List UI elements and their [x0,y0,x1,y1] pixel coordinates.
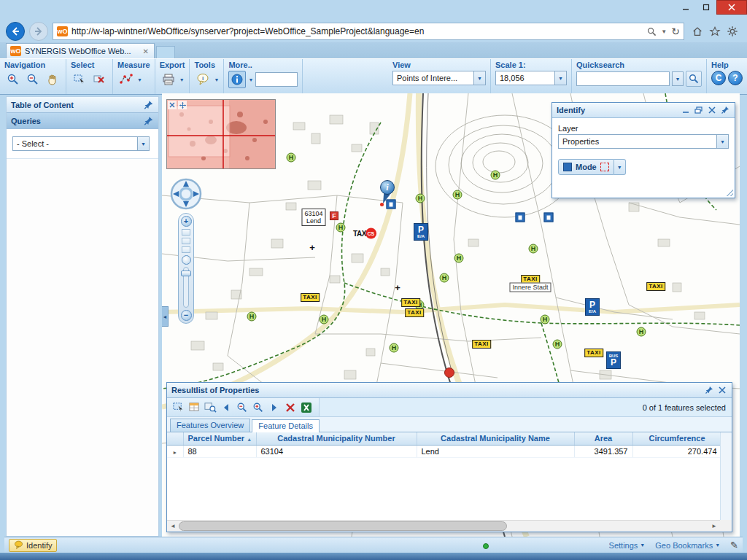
sidebar-item-table-of-content[interactable]: Table of Content [7,97,158,113]
panel-close-button[interactable] [716,385,727,395]
zoom-to-selection-button[interactable] [202,400,218,416]
chevron-down-icon[interactable]: ▼ [716,135,728,148]
pin-icon[interactable] [143,116,154,126]
chevron-down-icon[interactable]: ▼ [137,137,149,150]
overview-map[interactable] [166,99,276,169]
print-button[interactable] [160,71,177,88]
active-tool-indicator[interactable]: Identify [9,539,57,552]
measure-dropdown-icon[interactable]: ▼ [137,77,142,82]
tab-feature-details[interactable]: Feature Details [252,419,320,432]
window-close-button[interactable] [716,0,747,15]
search-icon[interactable] [647,27,657,36]
next-record-button[interactable] [266,400,282,416]
zoom-step-button[interactable] [182,229,190,236]
panel-resize-grip[interactable] [726,189,733,196]
pin-icon[interactable] [719,105,730,115]
zoom-step-button[interactable] [182,238,190,244]
pin-icon[interactable] [143,100,154,110]
sidebar-item-queries[interactable]: Queries [7,113,158,129]
quicksearch-input[interactable] [576,71,670,86]
overview-close-button[interactable] [168,101,177,109]
window-maximize-button[interactable] [696,0,716,15]
quicksearch-button[interactable] [686,71,702,87]
map-canvas[interactable]: HHHHHHHHHHHHHHHTAXITAXITAXITAXITAXITAXIT… [162,93,740,537]
scale-select[interactable]: 18,056 ▼ [495,71,567,85]
table-row[interactable]: ▸ 88 63104 Lend 3491.357 270.474 [167,445,721,457]
slider-zoom-out-button[interactable]: − [181,310,192,321]
select-features-button[interactable] [170,400,186,416]
column-circumference[interactable]: Circumference [632,432,721,445]
horizontal-scrollbar[interactable]: ◄ ► [167,520,720,532]
clear-selection-button[interactable] [90,71,108,88]
settings-menu[interactable]: Settings▼ [609,541,646,550]
zoom-out-button[interactable] [24,71,42,88]
zoom-slider[interactable]: + − [178,213,194,324]
vertical-scrollbar[interactable] [720,432,732,520]
column-area[interactable]: Area [574,432,632,445]
address-dropdown-icon[interactable]: ▼ [661,28,667,35]
help-button[interactable]: ? [728,71,743,85]
info-tool-button[interactable] [228,71,246,88]
compass-pan-control[interactable] [170,178,202,210]
more-dropdown-icon[interactable]: ▼ [248,77,253,82]
contact-button[interactable]: C [711,71,726,85]
url-input[interactable] [71,26,643,36]
scroll-right-icon[interactable]: ► [708,521,720,532]
layer-select[interactable]: Properties ▼ [558,134,729,149]
panel-minimize-button[interactable] [680,105,691,115]
identify-tool-button[interactable]: i [194,71,212,88]
view-select[interactable]: Points of Intere... ▼ [392,71,486,85]
browser-forward-button[interactable] [29,22,48,41]
refresh-icon[interactable]: ↻ [671,26,680,37]
zoom-level-button[interactable] [182,255,191,265]
home-icon[interactable] [692,26,703,37]
previous-record-button[interactable] [218,400,234,416]
column-cadastral-number[interactable]: Cadastral Municipality Number [256,432,417,445]
scroll-left-icon[interactable]: ◄ [167,521,179,532]
browser-tab[interactable]: wO SYNERGIS WebOffice Web... ✕ [6,43,155,58]
tab-features-overview[interactable]: Features Overview [170,419,250,432]
zoom-out-record-button[interactable] [234,400,250,416]
export-excel-button[interactable] [298,400,314,416]
mode-button[interactable]: Mode [558,159,614,175]
scrollbar-thumb[interactable] [179,521,507,531]
geo-bookmarks-menu[interactable]: Geo Bookmarks▼ [655,541,720,550]
remove-results-button[interactable] [282,400,298,416]
column-parcel-number[interactable]: Parcel Number▲ [183,432,256,445]
tab-close-icon[interactable]: ✕ [142,47,150,55]
row-expander-icon[interactable]: ▸ [174,449,177,456]
panel-close-button[interactable] [706,105,717,115]
window-minimize-button[interactable] [676,0,696,15]
settings-gear-icon[interactable] [727,26,738,37]
slider-zoom-in-button[interactable]: + [181,216,192,227]
select-features-button[interactable] [71,71,88,88]
tools-dropdown-icon[interactable]: ▼ [214,77,219,82]
sidebar-collapse-handle[interactable]: ◄ [162,306,169,327]
chevron-down-icon[interactable]: ▼ [473,71,485,85]
zoom-slider-track[interactable] [183,267,189,308]
column-cadastral-name[interactable]: Cadastral Municipality Name [417,432,574,445]
panel-float-button[interactable] [693,105,704,115]
identify-panel-titlebar[interactable]: Identify [552,103,735,118]
overview-pan-button[interactable] [178,101,187,109]
browser-back-button[interactable] [6,22,25,41]
show-table-button[interactable] [186,400,202,416]
zoom-in-button[interactable] [4,71,22,88]
zoom-in-record-button[interactable] [250,400,266,416]
address-bar[interactable]: wO ▼ ↻ [53,23,684,40]
mode-dropdown-icon[interactable]: ▼ [614,159,626,175]
more-combobox[interactable] [255,72,298,87]
new-tab-button[interactable] [156,46,175,58]
pan-button[interactable] [44,71,61,88]
pin-icon[interactable] [703,385,714,395]
export-dropdown-icon[interactable]: ▼ [179,77,185,82]
favorites-star-icon[interactable] [709,26,721,37]
zoom-step-button[interactable] [182,246,190,253]
edit-pencil-icon[interactable]: ✎ [730,540,738,551]
chevron-down-icon[interactable]: ▼ [554,71,566,85]
chevron-down-icon[interactable]: ▼ [672,71,684,86]
measure-button[interactable] [117,71,135,88]
zoom-slider-thumb[interactable] [181,271,191,276]
resultlist-titlebar[interactable]: Resultlist of Properties [167,383,732,398]
query-select[interactable]: - Select - ▼ [12,136,150,151]
